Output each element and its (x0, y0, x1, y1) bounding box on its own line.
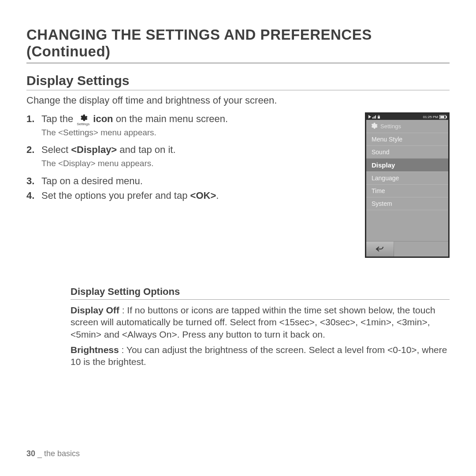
status-left-icons (368, 115, 380, 119)
step-2-text-a: Select (41, 144, 71, 155)
steps-list-cont: Select <Display> and tap on it. (26, 143, 357, 156)
step-1-text-c: on the main menu screen. (116, 113, 228, 124)
device-clock: 01:25 PM (423, 115, 438, 119)
option-brightness-text: : You can adjust the brightness of the s… (71, 345, 447, 367)
option-display-off: Display Off : If no buttons or icons are… (71, 304, 450, 340)
play-icon (368, 115, 371, 119)
footer-section: the basics (44, 449, 80, 458)
step-1-sub: The <Settings> menu appears. (41, 127, 357, 138)
option-brightness-label: Brightness (71, 345, 119, 355)
device-menu-item[interactable]: Sound (366, 145, 448, 158)
step-2-text-c: and tap on it. (117, 144, 175, 155)
option-display-off-text: : If no buttons or icons are tapped with… (71, 305, 435, 339)
svg-rect-3 (378, 116, 380, 119)
device-header-title: Settings (380, 123, 401, 130)
back-arrow-icon (375, 245, 385, 253)
settings-icon-label: Settings (77, 123, 89, 126)
section-intro: Change the display off time and brightne… (26, 95, 450, 106)
footer-separator: _ (37, 449, 44, 458)
step-1: Tap the Settings icon on the main menu s… (39, 112, 357, 126)
options-body: Display Off : If no buttons or icons are… (71, 304, 450, 368)
steps-list: Tap the Settings icon on the main menu s… (26, 112, 357, 126)
steps-list-cont2: Tap on a desired menu. Set the options y… (26, 175, 357, 202)
step-2-text-b: <Display> (71, 144, 117, 155)
svg-rect-2 (375, 115, 376, 119)
svg-rect-1 (374, 116, 375, 119)
page-footer: 30 _ the basics (26, 449, 80, 458)
device-screenshot: 01:25 PM Settings Menu StyleSoundDisplay… (365, 112, 450, 258)
gear-icon (79, 114, 88, 123)
option-brightness: Brightness : You can adjust the brightne… (71, 344, 450, 368)
device-header: Settings (366, 120, 448, 133)
subsection-title: Display Setting Options (71, 286, 450, 300)
steps-column: Tap the Settings icon on the main menu s… (26, 112, 357, 204)
device-menu-item[interactable]: Menu Style (366, 133, 448, 145)
step-4-text-c: . (216, 190, 219, 201)
device-menu-item[interactable]: Display (366, 158, 448, 171)
section-title: Display Settings (26, 73, 450, 90)
manual-page: CHANGING THE SETTINGS AND PREFERENCES (C… (0, 0, 476, 476)
content-row: Tap the Settings icon on the main menu s… (26, 112, 450, 258)
step-4: Set the options you prefer and tap <OK>. (39, 189, 357, 202)
page-title: CHANGING THE SETTINGS AND PREFERENCES (C… (26, 26, 450, 63)
device-menu: Menu StyleSoundDisplayLanguageTimeSystem (366, 133, 448, 210)
svg-rect-0 (372, 117, 373, 119)
lock-icon (377, 115, 380, 119)
settings-icon: Settings (77, 114, 89, 126)
device-menu-item[interactable]: System (366, 197, 448, 210)
battery-icon (439, 115, 446, 119)
gear-icon (370, 122, 378, 130)
step-4-text-b: <OK> (190, 190, 216, 201)
device-menu-item[interactable]: Language (366, 171, 448, 184)
step-4-text-a: Set the options you prefer and tap (41, 190, 190, 201)
step-2-sub: The <Display> menu appears. (41, 158, 357, 169)
device-status-bar: 01:25 PM (366, 114, 448, 120)
back-button[interactable] (366, 242, 394, 257)
signal-icon (372, 115, 376, 119)
step-1-text-b: icon (93, 113, 113, 124)
page-number: 30 (26, 449, 35, 458)
step-2: Select <Display> and tap on it. (39, 143, 357, 156)
step-3: Tap on a desired menu. (39, 175, 357, 188)
device-menu-item[interactable]: Time (366, 184, 448, 197)
device-bottom-bar (366, 241, 448, 257)
status-right-icons: 01:25 PM (423, 115, 446, 119)
step-1-text-a: Tap the (41, 113, 76, 124)
option-display-off-label: Display Off (71, 305, 119, 315)
